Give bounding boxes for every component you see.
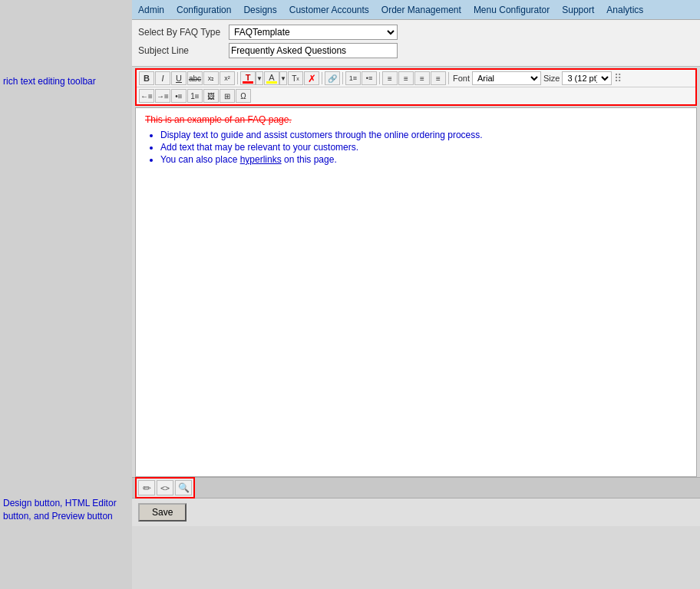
example-text: This is an example of an FAQ page.: [145, 114, 687, 125]
nav-customer-accounts[interactable]: Customer Accounts: [289, 5, 369, 15]
rich-text-toolbar-container: B I U abc x₂ x² T ▼ A: [135, 68, 697, 106]
preview-button[interactable]: 🔍: [175, 480, 192, 495]
bullet-item-2: Add text that may be relevant to your cu…: [160, 142, 687, 153]
clear-format-button[interactable]: ✗: [304, 71, 319, 85]
font-color-dropdown[interactable]: ▼: [256, 71, 263, 85]
main-content: Admin Configuration Designs Customer Acc…: [132, 0, 700, 589]
separator-3: [342, 72, 343, 84]
nav-order-management[interactable]: Order Management: [381, 5, 461, 15]
subject-line-row: Subject Line: [138, 43, 694, 58]
toolbar-row-2: ←≡ →≡ •≡ 1≡ 🖼 ⊞ Ω: [137, 87, 695, 104]
nav-configuration[interactable]: Configuration: [177, 5, 231, 15]
justify-button[interactable]: ≡: [431, 71, 446, 85]
number-list-button[interactable]: 1≡: [187, 89, 203, 103]
italic-button[interactable]: I: [155, 71, 170, 85]
align-left-button[interactable]: ≡: [382, 71, 398, 85]
form-area: Select By FAQ Type FAQTemplate General S…: [132, 20, 700, 67]
nav-designs[interactable]: Designs: [243, 5, 276, 15]
editor-list: Display text to guide and assist custome…: [160, 130, 687, 165]
separator-2: [322, 72, 322, 84]
editor-wrapper: This is an example of an FAQ page. Displ…: [135, 107, 697, 477]
nav-menu-configurator[interactable]: Menu Configurator: [474, 5, 550, 15]
image-button[interactable]: 🖼: [203, 89, 219, 103]
bottom-toolbar-container: ✏ <> 🔍: [135, 477, 195, 499]
html-editor-button[interactable]: <>: [157, 480, 173, 495]
table-button[interactable]: ⊞: [220, 89, 235, 103]
ordered-list-button[interactable]: 1≡: [345, 71, 361, 85]
faq-type-label: Select By FAQ Type: [138, 27, 223, 38]
save-button[interactable]: Save: [138, 503, 187, 522]
font-label: Font: [453, 74, 470, 83]
toolbar-handle: ⠿: [614, 72, 622, 84]
strikethrough-button[interactable]: abc: [187, 71, 203, 85]
align-right-button[interactable]: ≡: [414, 71, 430, 85]
bottom-annotation: Design button, HTML Editor button, and P…: [3, 497, 122, 523]
bottom-gray-bar: ✏ <> 🔍: [132, 477, 700, 499]
underline-button[interactable]: U: [171, 71, 187, 85]
font-color-button[interactable]: T: [240, 71, 256, 85]
subject-label: Subject Line: [138, 45, 223, 56]
special-char-button[interactable]: Ω: [236, 89, 251, 103]
subscript-button[interactable]: x₂: [203, 71, 219, 85]
font-select[interactable]: Arial Times New Roman Verdana Courier Ne…: [472, 71, 541, 85]
align-center-button[interactable]: ≡: [398, 71, 414, 85]
link-button[interactable]: 🔗: [325, 71, 340, 85]
bullet-item-1: Display text to guide and assist custome…: [160, 130, 687, 140]
nav-analytics[interactable]: Analytics: [606, 5, 643, 15]
separator-1: [237, 72, 238, 84]
highlight-button[interactable]: A: [264, 71, 279, 85]
top-navigation: Admin Configuration Designs Customer Acc…: [132, 0, 700, 20]
highlight-dropdown[interactable]: ▼: [279, 71, 287, 85]
toolbar-row-1: B I U abc x₂ x² T ▼ A: [137, 70, 695, 87]
rte-annotation: rich text editing toolbar: [3, 75, 103, 88]
bullet-list-button[interactable]: •≡: [171, 89, 187, 103]
remove-format-button[interactable]: Tx: [288, 71, 303, 85]
faq-type-select[interactable]: FAQTemplate General Support: [229, 25, 398, 40]
outdent-button[interactable]: ←≡: [139, 89, 154, 103]
design-button[interactable]: ✏: [138, 480, 155, 495]
unordered-list-button[interactable]: •≡: [362, 71, 377, 85]
size-label: Size: [543, 74, 560, 83]
bullet-item-3: You can also place hyperlinks on this pa…: [160, 154, 687, 165]
size-select[interactable]: 1 (8 pt) 2 (10 pt) 3 (12 pt) 4 (14 pt) 5…: [562, 71, 612, 85]
nav-admin[interactable]: Admin: [138, 5, 164, 15]
superscript-button[interactable]: x²: [220, 71, 235, 85]
indent-button[interactable]: →≡: [155, 89, 170, 103]
save-area: Save: [132, 499, 700, 526]
bold-button[interactable]: B: [139, 71, 154, 85]
faq-type-row: Select By FAQ Type FAQTemplate General S…: [138, 25, 694, 40]
nav-support[interactable]: Support: [562, 5, 594, 15]
editor-content[interactable]: This is an example of an FAQ page. Displ…: [136, 108, 696, 476]
annotations-panel: rich text editing toolbar Design button,…: [0, 0, 132, 589]
separator-4: [379, 72, 380, 84]
separator-5: [448, 72, 449, 84]
subject-input[interactable]: [229, 43, 398, 58]
hyperlink[interactable]: hyperlinks: [240, 154, 282, 165]
